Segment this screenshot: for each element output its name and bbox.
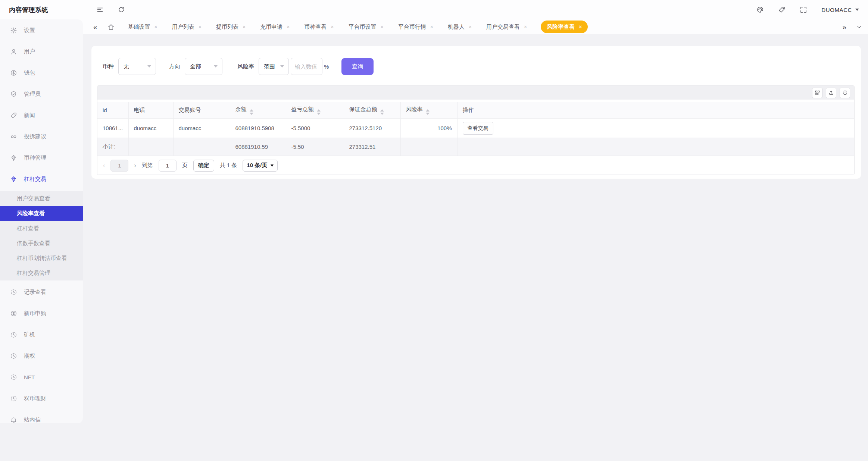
sidebar-item-records[interactable]: 记录查看 [0,283,83,301]
sidebar-item-label: 用户 [24,48,35,55]
history-icon [10,374,17,381]
query-button[interactable]: 查询 [341,58,374,75]
sidebar-subitem-multiple-lots-view[interactable]: 倍数手数查看 [0,236,83,251]
sidebar-subitem-leverage-view[interactable]: 杠杆查看 [0,221,83,236]
sidebar-submenu-leverage: 用户交易查看风险率查看杠杆查看倍数手数查看杠杆币划转法币查看杠杆交易管理 [0,191,83,280]
close-icon[interactable]: × [154,24,157,30]
currency-select[interactable]: 无 [118,58,156,75]
sidebar-item-feedback[interactable]: 投拆建议 [0,127,83,146]
sidebar-item-wallet[interactable]: 钱包 [0,63,83,82]
tab-8[interactable]: 用户交易查看× [485,21,528,33]
tabs-menu-chevron-icon[interactable] [856,24,862,30]
tabs-scroll-left-icon[interactable]: « [93,23,97,31]
tab-1[interactable]: 用户列表× [171,21,202,33]
sidebar-subitem-user-trade-view[interactable]: 用户交易查看 [0,191,83,206]
tab-label: 用户交易查看 [486,23,520,31]
current-page-button[interactable]: 1 [110,160,128,172]
tab-6[interactable]: 平台币行情× [397,21,434,33]
cell-account: duomacc [173,119,230,138]
home-icon[interactable] [107,23,115,31]
refresh-icon[interactable] [118,6,125,13]
tab-label: 平台币行情 [398,23,426,31]
tabs-scroll-right-icon[interactable]: » [842,23,846,31]
sort-desc-icon [250,113,253,115]
sort-icons[interactable] [426,109,430,115]
close-icon[interactable]: × [287,24,290,30]
sort-icons[interactable] [380,109,384,115]
fullscreen-icon[interactable] [800,6,807,13]
sidebar-item-users[interactable]: 用户 [0,42,83,61]
close-icon[interactable]: × [243,24,246,30]
sidebar-item-label: 站内信 [24,416,41,423]
column-header-5[interactable]: 保证金总额 [344,102,400,119]
history-icon [10,395,17,402]
app-title: 内容管理系统 [0,6,83,14]
sort-icons[interactable] [250,109,253,115]
goto-suffix-label: 页 [182,162,188,169]
close-icon[interactable]: × [524,24,527,30]
page-size-value: 10 条/页 [247,162,267,169]
chevron-down-icon [214,65,218,68]
sidebar-item-new-coin[interactable]: 新币申购 [0,304,83,323]
sidebar-item-news[interactable]: 新闻 [0,106,83,125]
sidebar: 设置用户钱包管理员新闻投拆建议币种管理杠杆交易用户交易查看风险率查看杠杆查看倍数… [0,19,83,423]
tab-3[interactable]: 充币申请× [259,21,290,33]
sort-icons[interactable] [317,109,321,115]
close-icon[interactable]: × [430,24,433,30]
risk-mode-select[interactable]: 范围 [259,58,289,75]
link-icon [10,133,17,140]
tag-icon[interactable] [778,6,786,13]
sidebar-item-nft[interactable]: NFT [0,368,83,386]
tab-9[interactable]: 风险率查看× [541,21,588,33]
sidebar-item-miner[interactable]: 矿机 [0,325,83,344]
menu-fold-icon[interactable] [96,6,104,13]
direction-select[interactable]: 全部 [185,58,222,75]
column-settings-button[interactable] [812,88,822,98]
sort-asc-icon [380,109,384,112]
tab-7[interactable]: 机器人× [447,21,472,33]
column-header-3[interactable]: 余额 [230,102,286,119]
tab-2[interactable]: 提币列表× [215,21,246,33]
currency-filter-label: 币种 [103,63,114,70]
history-icon [10,352,17,360]
tab-5[interactable]: 平台币设置× [348,21,384,33]
goto-confirm-button[interactable]: 确定 [193,160,214,172]
sidebar-item-leverage[interactable]: 杠杆交易 [0,170,83,188]
user-dropdown[interactable]: DUOMACC [821,7,859,13]
next-page-icon[interactable]: › [134,163,136,169]
gem-icon [10,176,17,183]
goto-prefix-label: 到第 [142,162,153,169]
sidebar-item-options[interactable]: 期权 [0,346,83,365]
chevron-down-icon [147,65,151,68]
view-trades-button[interactable]: 查看交易 [463,122,493,135]
close-icon[interactable]: × [469,24,472,30]
sidebar-item-label: NFT [24,374,35,380]
export-button[interactable] [826,88,836,98]
sidebar-subitem-risk-rate-view[interactable]: 风险率查看 [0,206,83,221]
column-header-6[interactable]: 风险率 [400,102,457,119]
close-icon[interactable]: × [579,24,582,30]
close-icon[interactable]: × [331,24,334,30]
page-size-select[interactable]: 10 条/页 [243,160,278,172]
close-icon[interactable]: × [381,24,384,30]
sidebar-subitem-transfer-view[interactable]: 杠杆币划转法币查看 [0,251,83,266]
sidebar-item-dual-invest[interactable]: 双币理财 [0,389,83,408]
close-icon[interactable]: × [199,24,202,30]
prev-page-icon[interactable]: ‹ [103,163,105,169]
column-header-label: 电话 [134,107,145,113]
top-header: 内容管理系统 DUOMACC [0,0,868,19]
print-button[interactable] [840,88,850,98]
sidebar-subitem-leverage-manage[interactable]: 杠杆交易管理 [0,266,83,280]
sidebar-item-currency[interactable]: 币种管理 [0,148,83,167]
sidebar-item-site-mail[interactable]: 站内信 [0,410,83,423]
sidebar-item-admin[interactable]: 管理员 [0,85,83,103]
goto-page-input[interactable] [159,160,177,172]
tab-4[interactable]: 币种查看× [303,21,334,33]
theme-palette-icon[interactable] [756,6,764,13]
grid-toolbar [97,86,854,100]
tab-0[interactable]: 基础设置× [127,21,158,33]
sidebar-item-settings[interactable]: 设置 [0,21,83,40]
risk-value-input[interactable] [291,58,322,75]
data-grid: id电话交易账号余额盈亏总额保证金总额风险率操作 10861...duomacc… [97,85,855,175]
column-header-4[interactable]: 盈亏总额 [286,102,344,119]
